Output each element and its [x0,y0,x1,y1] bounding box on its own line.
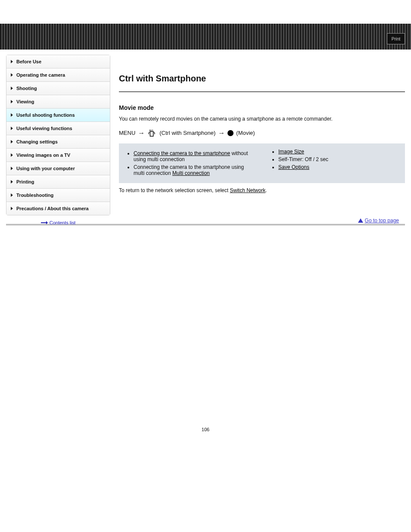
sidebar-item-label: Precautions / About this camera [16,206,89,211]
go-top-link[interactable]: Go to top page [358,218,399,224]
path-step-ctrl-label: (Ctrl with Smartphone) [159,130,215,136]
sidebar-item-viewing[interactable]: Viewing [6,95,110,109]
note-link-switch-network[interactable]: Switch Network [230,187,265,193]
record-icon [227,130,234,136]
page-number: 106 [0,427,411,439]
related-link-image-size[interactable]: Image Size [278,149,304,155]
sidebar-item-label: Useful shooting functions [16,112,75,118]
related-item: Image Size [278,149,397,155]
related-link-connecting[interactable]: Connecting the camera to the smartphone [134,150,230,156]
sidebar-item-printing[interactable]: Printing [6,175,110,189]
title-divider [119,91,405,92]
sidebar-item-troubleshooting[interactable]: Troubleshooting [6,189,110,202]
chevron-right-icon [11,87,13,90]
page-title: Ctrl with Smartphone [119,74,405,84]
main-content: Ctrl with Smartphone Movie mode You can … [119,55,405,218]
sidebar-item-precautions[interactable]: Precautions / About this camera [6,202,110,215]
contents-list-label: Contents list [50,220,76,225]
sidebar-item-before-use[interactable]: Before Use [6,55,110,68]
sidebar-item-label: Using with your computer [16,166,75,171]
sidebar-item-shooting[interactable]: Shooting [6,82,110,95]
chevron-right-icon [11,127,13,130]
top-banner: Print [0,24,411,50]
related-link-multi[interactable]: Multi connection [172,170,210,176]
related-item: Connecting the camera to the smartphone … [134,150,252,162]
related-item: Save Options [278,164,397,170]
go-top-label: Go to top page [365,218,399,224]
sidebar-item-tv[interactable]: Viewing images on a TV [6,149,110,162]
section-heading: Movie mode [119,104,405,111]
section-description: You can remotely record movies on the ca… [119,115,405,123]
chevron-right-icon [11,100,13,103]
sidebar-item-label: Printing [16,179,34,184]
sidebar-item-label: Useful viewing functions [16,126,72,131]
related-item-plain: Self-Timer: Off / 2 sec [278,156,397,162]
sidebar-item-label: Troubleshooting [16,193,53,198]
chevron-right-icon [11,207,13,210]
sidebar-item-computer[interactable]: Using with your computer [6,162,110,175]
related-links-box: Connecting the camera to the smartphone … [119,143,405,183]
path-step-menu: MENU [119,130,135,136]
sidebar-item-label: Changing settings [16,139,58,144]
sidebar-item-label: Before Use [16,59,41,64]
chevron-right-icon [11,167,13,170]
svg-marker-4 [358,218,363,223]
related-link-save-options[interactable]: Save Options [278,164,309,170]
wifi-smartphone-icon: Wi-Fi [147,129,157,137]
note-line: To return to the network selection scree… [119,187,405,193]
chevron-right-icon [11,60,13,63]
print-button[interactable]: Print [387,33,405,44]
path-step-movie-label: (Movie) [236,130,255,136]
sidebar-item-label: Shooting [16,86,37,91]
sidebar-item-operating[interactable]: Operating the camera [6,68,110,82]
chevron-right-icon [11,193,13,197]
arrow-icon: → [138,129,145,137]
chevron-right-icon [11,113,13,117]
sidebar: Before Use Operating the camera Shooting… [6,55,110,215]
chevron-right-icon [11,73,13,77]
sidebar-item-changing-settings[interactable]: Changing settings [6,135,110,149]
svg-rect-1 [150,131,153,136]
sidebar-item-label: Viewing [16,99,34,104]
related-item: Connecting the camera to the smartphone … [134,164,252,176]
sidebar-item-label: Viewing images on a TV [16,152,70,158]
contents-list-link[interactable]: Contents list [41,220,76,225]
svg-text:Wi-Fi: Wi-Fi [149,129,153,131]
arrow-icon: → [218,129,225,137]
triangle-up-icon [358,218,363,223]
svg-marker-3 [46,221,48,224]
sidebar-item-useful-shooting[interactable]: Useful shooting functions [6,109,110,122]
chevron-right-icon [11,140,13,143]
sidebar-item-label: Operating the camera [16,72,65,78]
sidebar-item-useful-viewing[interactable]: Useful viewing functions [6,122,110,135]
menu-path: MENU → Wi-Fi (Ctrl with Smartphone) → (M… [119,129,405,137]
chevron-right-icon [11,180,13,184]
chevron-right-icon [11,153,13,157]
